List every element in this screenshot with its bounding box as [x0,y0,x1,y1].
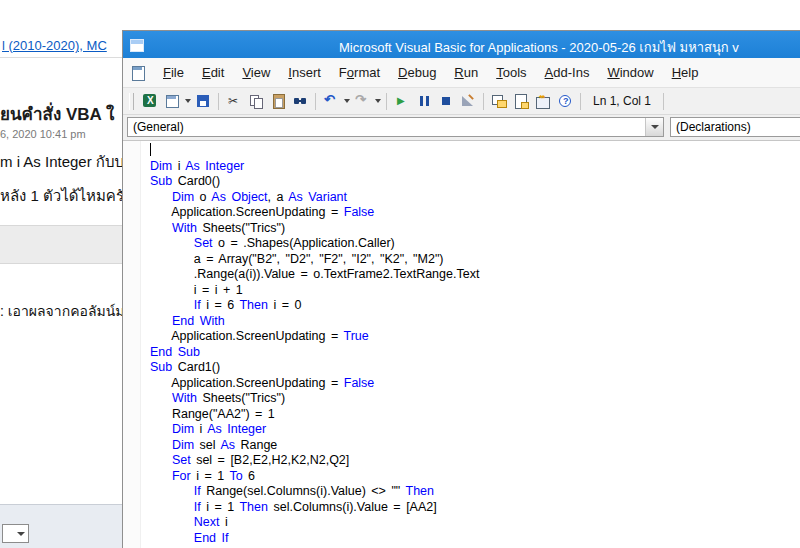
code-line[interactable]: End If [150,531,479,547]
chevron-down-icon[interactable] [645,118,663,136]
menu-view[interactable]: View [233,61,279,84]
run-icon[interactable] [394,93,410,109]
code-line[interactable]: Application.ScreenUpdating = False [150,205,479,221]
insert-userform-icon[interactable] [164,93,180,109]
code-line[interactable]: Sub Card1() [150,360,479,376]
toolbar-separator [315,93,316,110]
menu-insert[interactable]: Insert [279,61,330,84]
code-line[interactable]: Range("AA2") = 1 [150,407,479,423]
code-line[interactable]: Dim i As Integer [150,422,479,438]
code-window-icon[interactable] [130,65,146,81]
text-cursor [150,143,151,156]
code-line[interactable]: Dim sel As Range [150,438,479,454]
menu-help[interactable]: Help [663,61,708,84]
code-line[interactable]: With Sheets("Trics") [150,221,479,237]
insert-dropdown-icon[interactable] [183,93,192,109]
toolbar-separator [483,93,484,110]
margin-indicator-bar[interactable] [123,141,141,548]
project-explorer-icon[interactable] [491,93,507,109]
chevron-down-icon [17,532,25,536]
code-line[interactable]: i = i + 1 [150,283,479,299]
code-line[interactable]: For i = 1 To 6 [150,469,479,485]
vba-window: Microsoft Visual Basic for Applications … [122,30,800,548]
code-line[interactable]: End Sub [150,345,479,361]
code-content: Dim i As IntegerSub Card0() Dim o As Obj… [141,141,479,548]
code-line[interactable]: Dim i As Integer [150,159,479,175]
code-line[interactable]: a = Array("B2", "D2", "F2", "I2", "K2", … [150,252,479,268]
post-timestamp: 6, 2020 10:41 pm [0,128,86,140]
toolbar-separator [386,93,387,110]
redo-dropdown-icon[interactable] [373,93,382,109]
copy-icon[interactable] [248,93,264,109]
break-icon[interactable] [416,93,432,109]
code-line[interactable]: Dim o As Object, a As Variant [150,190,479,206]
menu-bar: FileEditViewInsertFormatDebugRunToolsAdd… [123,58,800,88]
toolbar-items: Ln 1, Col 1 [139,93,668,110]
redo-icon[interactable] [354,93,370,109]
view-excel-icon[interactable] [142,93,158,109]
toolbar-separator [663,93,664,110]
menu-file[interactable]: File [154,61,193,84]
code-line[interactable]: Set sel = [B2,E2,H2,K2,N2,Q2] [150,453,479,469]
quote-box [0,225,140,264]
reset-icon[interactable] [438,93,454,109]
properties-window-icon[interactable] [513,93,529,109]
code-header: (General) (Declarations) [123,115,800,141]
code-line[interactable]: Sub Card0() [150,174,479,190]
paste-icon[interactable] [270,93,286,109]
code-line[interactable]: If Range(sel.Columns(i).Value) <> "" The… [150,484,479,500]
title-bar[interactable]: Microsoft Visual Basic for Applications … [123,31,800,58]
menu-format[interactable]: Format [330,61,389,84]
save-icon[interactable] [195,93,211,109]
procedure-dropdown[interactable]: (Declarations) [670,117,800,137]
code-line[interactable]: Application.ScreenUpdating = True [150,329,479,345]
code-line[interactable]: If i = 6 Then i = 0 [150,298,479,314]
code-line[interactable]: With Sheets("Trics") [150,391,479,407]
object-browser-icon[interactable] [535,93,551,109]
menu-debug[interactable]: Debug [389,61,445,84]
find-icon[interactable] [292,93,308,109]
code-editor[interactable]: Dim i As IntegerSub Card0() Dim o As Obj… [123,141,800,548]
post-text-line: : เอาผลจากคอลัมน์มา [0,300,132,322]
undo-dropdown-icon[interactable] [342,93,351,109]
screen: l (2010-2020), MC ยนคำสั่ง VBA ใ 6, 2020… [0,0,800,548]
menu-edit[interactable]: Edit [193,61,233,84]
window-title: Microsoft Visual Basic for Applications … [339,37,739,58]
object-dropdown-value: (General) [128,120,645,134]
code-line[interactable]: End With [150,314,479,330]
page-bottom-select[interactable] [2,524,29,543]
toolbar-separator [218,93,219,110]
background-link[interactable]: l (2010-2020), MC [2,38,107,53]
code-line[interactable]: Application.ScreenUpdating = False [150,376,479,392]
code-line[interactable]: Next i [150,515,479,531]
code-line[interactable]: .Range(a(i)).Value = o.TextFrame2.TextRa… [150,267,479,283]
topic-title: ยนคำสั่ง VBA ใ [0,100,114,127]
menu-run[interactable]: Run [445,61,487,84]
design-mode-icon[interactable] [460,93,476,109]
procedure-dropdown-value: (Declarations) [671,120,800,134]
post-text-line: m i As Integer กับบ [0,150,124,174]
toolbar: Ln 1, Col 1 [123,88,800,115]
code-line[interactable]: If i = 1 Then sel.Columns(i).Value = [AA… [150,500,479,516]
object-dropdown[interactable]: (General) [127,117,664,137]
menu-window[interactable]: Window [598,61,662,84]
line-col-indicator: Ln 1, Col 1 [593,94,651,108]
cut-icon[interactable] [226,93,242,109]
help-icon[interactable] [557,93,573,109]
toolbar-grip[interactable] [129,93,134,110]
toolbar-separator [580,93,581,110]
vba-app-icon[interactable] [129,37,145,53]
divider [0,57,140,58]
menu-add-ins[interactable]: Add-Ins [536,61,599,84]
code-line[interactable]: Set o = .Shapes(Application.Caller) [150,236,479,252]
code-line[interactable] [150,143,479,159]
menu-items: FileEditViewInsertFormatDebugRunToolsAdd… [154,61,707,84]
menu-tools[interactable]: Tools [487,61,535,84]
post-text-line: หลัง 1 ตัวได้ไหมครั [0,184,124,208]
undo-icon[interactable] [323,93,339,109]
